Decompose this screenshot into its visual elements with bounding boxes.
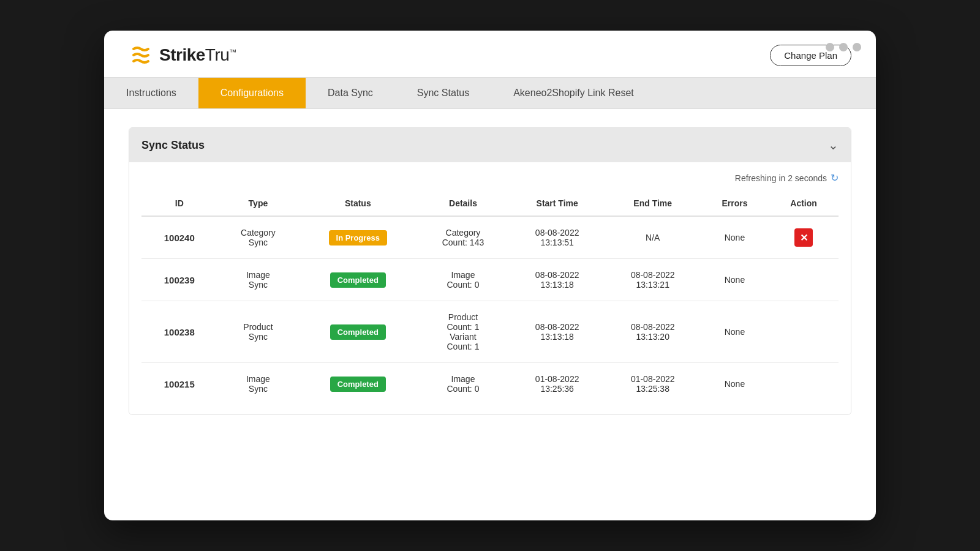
table-row: 100239ImageSyncCompletedImageCount: 008-… (141, 259, 839, 301)
cell-end-time: 08-08-202213:13:21 (605, 259, 701, 301)
col-action: Action (769, 191, 839, 216)
cell-errors: None (701, 363, 769, 405)
sync-status-body: Refreshing in 2 seconds ↻ ID Type Status… (129, 162, 851, 414)
status-badge: In Progress (329, 230, 388, 246)
col-end-time: End Time (605, 191, 701, 216)
cell-id: 100240 (141, 216, 217, 259)
tab-configurations[interactable]: Configurations (198, 78, 306, 108)
cell-action (769, 301, 839, 363)
tab-link-reset[interactable]: Akeneo2Shopify Link Reset (491, 78, 656, 108)
cell-action (769, 259, 839, 301)
window-dot-3 (853, 43, 861, 51)
col-type: Type (217, 191, 300, 216)
nav-tabs: Instructions Configurations Data Sync Sy… (104, 77, 876, 109)
refresh-icon: ↻ (831, 172, 839, 184)
cell-details: CategoryCount: 143 (417, 216, 509, 259)
sync-status-title: Sync Status (141, 139, 205, 152)
col-status: Status (299, 191, 417, 216)
cell-status: Completed (299, 363, 417, 405)
cell-details: ImageCount: 0 (417, 363, 509, 405)
status-badge: Completed (330, 324, 386, 340)
cell-action[interactable]: ✕ (769, 216, 839, 259)
cell-errors: None (701, 216, 769, 259)
table-row: 100240CategorySyncIn ProgressCategoryCou… (141, 216, 839, 259)
cancel-button[interactable]: ✕ (794, 228, 813, 247)
status-badge: Completed (330, 377, 386, 392)
col-start-time: Start Time (510, 191, 605, 216)
cell-id: 100239 (141, 259, 217, 301)
cell-start-time: 08-08-202213:13:51 (510, 216, 605, 259)
logo-text: StrikeTru™ (159, 45, 236, 65)
cell-status: Completed (299, 301, 417, 363)
cell-details: ImageCount: 0 (417, 259, 509, 301)
cell-end-time: 01-08-202213:25:38 (605, 363, 701, 405)
window-dot-2 (839, 43, 848, 51)
cell-end-time: N/A (605, 216, 701, 259)
cell-action (769, 363, 839, 405)
table-row: 100238ProductSyncCompletedProductCount: … (141, 301, 839, 363)
cell-id: 100238 (141, 301, 217, 363)
window-dot-1 (826, 43, 834, 51)
main-content: Sync Status ⌄ Refreshing in 2 seconds ↻ … (104, 109, 876, 433)
cell-start-time: 08-08-202213:13:18 (510, 301, 605, 363)
app-window: StrikeTru™ Change Plan Instructions Conf… (104, 31, 876, 520)
app-header: StrikeTru™ Change Plan (104, 31, 876, 77)
refresh-text: Refreshing in 2 seconds (735, 173, 827, 183)
sync-status-header[interactable]: Sync Status ⌄ (129, 128, 851, 162)
col-details: Details (417, 191, 509, 216)
col-errors: Errors (701, 191, 769, 216)
cell-start-time: 08-08-202213:13:18 (510, 259, 605, 301)
table-row: 100215ImageSyncCompletedImageCount: 001-… (141, 363, 839, 405)
cell-errors: None (701, 259, 769, 301)
chevron-down-icon: ⌄ (828, 138, 839, 152)
refresh-bar: Refreshing in 2 seconds ↻ (141, 172, 839, 184)
table-header-row: ID Type Status Details Start Time End Ti… (141, 191, 839, 216)
cell-status: In Progress (299, 216, 417, 259)
cell-type: ImageSync (217, 363, 300, 405)
cell-type: CategorySync (217, 216, 300, 259)
logo-icon (129, 43, 153, 67)
tab-instructions[interactable]: Instructions (104, 78, 198, 108)
col-id: ID (141, 191, 217, 216)
tab-data-sync[interactable]: Data Sync (306, 78, 395, 108)
logo: StrikeTru™ (129, 43, 236, 67)
cell-end-time: 08-08-202213:13:20 (605, 301, 701, 363)
tab-sync-status[interactable]: Sync Status (395, 78, 491, 108)
sync-status-section: Sync Status ⌄ Refreshing in 2 seconds ↻ … (129, 127, 851, 415)
cell-type: ProductSync (217, 301, 300, 363)
status-badge: Completed (330, 272, 386, 288)
cell-details: ProductCount: 1VariantCount: 1 (417, 301, 509, 363)
cell-status: Completed (299, 259, 417, 301)
cell-id: 100215 (141, 363, 217, 405)
window-controls (826, 43, 861, 51)
cell-type: ImageSync (217, 259, 300, 301)
cell-errors: None (701, 301, 769, 363)
cell-start-time: 01-08-202213:25:36 (510, 363, 605, 405)
sync-table: ID Type Status Details Start Time End Ti… (141, 191, 839, 405)
